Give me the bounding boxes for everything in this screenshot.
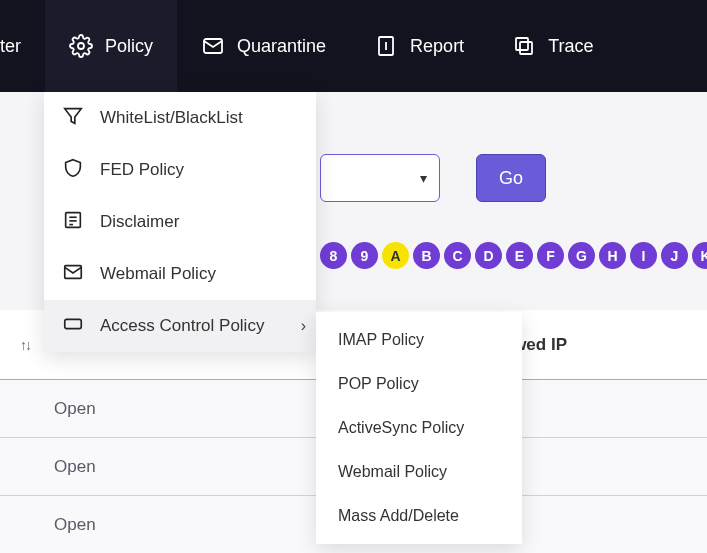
alpha-chip-d[interactable]: D — [475, 242, 502, 269]
submenu-item[interactable]: Mass Add/Delete — [316, 494, 522, 538]
submenu-item[interactable]: Webmail Policy — [316, 450, 522, 494]
menu-webmail-policy[interactable]: Webmail Policy — [44, 248, 316, 300]
envelope-icon — [62, 261, 84, 288]
news-icon — [62, 209, 84, 236]
alpha-chip-i[interactable]: I — [630, 242, 657, 269]
alpha-chip-h[interactable]: H — [599, 242, 626, 269]
alpha-index-row: 89ABCDEFGHIJK — [320, 242, 707, 269]
shield-icon — [62, 157, 84, 184]
svg-rect-5 — [516, 38, 528, 50]
alpha-chip-g[interactable]: G — [568, 242, 595, 269]
menu-label: WhiteList/BlackList — [100, 108, 243, 128]
sort-icon[interactable]: ↑↓ — [20, 337, 30, 353]
menu-access-control-policy[interactable]: Access Control Policy › — [44, 300, 316, 352]
submenu-item[interactable]: ActiveSync Policy — [316, 406, 522, 450]
menu-disclaimer[interactable]: Disclaimer — [44, 196, 316, 248]
filter-select[interactable] — [320, 154, 440, 202]
alpha-chip-b[interactable]: B — [413, 242, 440, 269]
go-label: Go — [499, 168, 523, 189]
menu-label: Access Control Policy — [100, 316, 264, 336]
alpha-chip-9[interactable]: 9 — [351, 242, 378, 269]
chevron-right-icon: › — [301, 317, 306, 335]
menu-label: FED Policy — [100, 160, 184, 180]
policy-dropdown: WhiteList/BlackList FED Policy Disclaime… — [44, 92, 316, 352]
go-button[interactable]: Go — [476, 154, 546, 202]
nav-label: Report — [410, 36, 464, 57]
nav-label: Policy — [105, 36, 153, 57]
alpha-chip-k[interactable]: K — [692, 242, 707, 269]
menu-whitelist-blacklist[interactable]: WhiteList/BlackList — [44, 92, 316, 144]
copy-icon — [512, 34, 536, 58]
svg-rect-12 — [65, 319, 82, 328]
nav-item-truncated[interactable]: ter — [0, 0, 45, 92]
report-icon — [374, 34, 398, 58]
alpha-chip-c[interactable]: C — [444, 242, 471, 269]
nav-item-trace[interactable]: Trace — [488, 0, 617, 92]
submenu-item[interactable]: POP Policy — [316, 362, 522, 406]
alpha-chip-8[interactable]: 8 — [320, 242, 347, 269]
nav-label: Trace — [548, 36, 593, 57]
svg-marker-6 — [65, 108, 82, 123]
menu-label: Webmail Policy — [100, 264, 216, 284]
nav-item-report[interactable]: Report — [350, 0, 488, 92]
menu-fed-policy[interactable]: FED Policy — [44, 144, 316, 196]
svg-point-0 — [78, 43, 84, 49]
rectangle-icon — [62, 313, 84, 340]
alpha-chip-a[interactable]: A — [382, 242, 409, 269]
nav-item-policy[interactable]: Policy — [45, 0, 177, 92]
menu-label: Disclaimer — [100, 212, 179, 232]
alpha-chip-f[interactable]: F — [537, 242, 564, 269]
submenu-item[interactable]: IMAP Policy — [316, 318, 522, 362]
gear-icon — [69, 34, 93, 58]
nav-item-quarantine[interactable]: Quarantine — [177, 0, 350, 92]
nav-label: ter — [0, 36, 21, 57]
envelope-icon — [201, 34, 225, 58]
top-nav: ter Policy Quarantine Report Trace — [0, 0, 707, 92]
access-control-submenu: IMAP PolicyPOP PolicyActiveSync PolicyWe… — [316, 312, 522, 544]
funnel-icon — [62, 105, 84, 132]
nav-label: Quarantine — [237, 36, 326, 57]
svg-rect-4 — [520, 42, 532, 54]
alpha-chip-j[interactable]: J — [661, 242, 688, 269]
alpha-chip-e[interactable]: E — [506, 242, 533, 269]
